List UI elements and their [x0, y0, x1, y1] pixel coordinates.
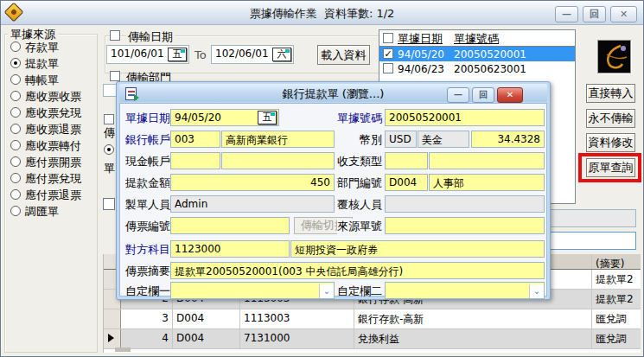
record-count: 資料筆數: 1/2 — [324, 7, 394, 20]
radio-ar-bounce[interactable] — [10, 124, 21, 134]
radio-ar-endorse[interactable] — [10, 140, 21, 150]
source-no-label: 來源單號 — [337, 219, 382, 234]
contra-account-label: 對方科目 — [125, 242, 170, 258]
header-doc-date: 單據日期 — [398, 31, 443, 47]
doc-row-2-date: 94/06/23 — [398, 63, 444, 75]
maker-label: 製單人員 — [125, 197, 170, 213]
amount-input[interactable]: 450 — [170, 174, 335, 191]
custom2-combobox[interactable]: ⌄ — [385, 282, 545, 299]
cash-account-code-input[interactable] — [170, 152, 220, 169]
grid-row-3[interactable]: 3 D004 1113003 銀行存款-高新 匯兌調 — [104, 309, 641, 329]
direct-transfer-button[interactable]: 直接轉入 — [586, 84, 635, 103]
doc-date-calendar-button[interactable]: 五 — [258, 111, 277, 124]
dialog-minimize-button[interactable]: — — [447, 87, 469, 103]
bank-account-code-input[interactable]: 003 — [170, 131, 220, 148]
doc-row-1-checkbox[interactable]: ✓ — [383, 48, 393, 59]
sidebar-item-ar-endorse[interactable]: 應收票轉付 — [25, 138, 81, 154]
grid-header-summary: (摘要) — [592, 254, 641, 269]
doc-row-1-date: 94/05/20 — [398, 48, 444, 61]
header-doc-number: 單據號碼 — [454, 31, 499, 47]
cell-dept: D004 — [173, 309, 240, 328]
io-type-code-input[interactable] — [385, 152, 428, 169]
doc-row-2-checkbox[interactable] — [383, 63, 393, 73]
radio-withdrawal-slip[interactable] — [10, 58, 21, 68]
doc-date-label: 單據日期 — [125, 111, 170, 126]
sidebar-item-ap-bounce[interactable]: 應付票退票 — [25, 188, 81, 203]
custom1-combobox[interactable]: ⌄ — [170, 282, 335, 299]
main-window: 票據傳輸作業 資料筆數: 1/2 — 回 ✕ 單據來源 存款單 提款單 轉帳單 … — [0, 0, 644, 357]
voucher-memo-input[interactable]: 提款單20050520001(003 中央信託局高雄分行) — [170, 262, 545, 279]
load-data-button[interactable]: 載入資料 — [317, 45, 370, 65]
custom2-dropdown-icon[interactable]: ⌄ — [529, 284, 544, 298]
date-to-calendar-button[interactable]: 六 — [272, 48, 291, 61]
radio-deposit-slip[interactable] — [10, 41, 21, 52]
currency-label: 幣別 — [360, 132, 382, 148]
sidebar-item-ap-issue[interactable]: 應付票開票 — [25, 155, 81, 170]
voucher-no-label: 傳票編號 — [125, 219, 170, 234]
currency-name-field: 美金 — [418, 131, 469, 148]
dept-name-input[interactable]: 人事部 — [429, 174, 545, 191]
sidebar-item-transfer[interactable]: 轉帳單 — [25, 73, 59, 88]
sidebar-item-ar-cash[interactable]: 應收票兌現 — [25, 105, 81, 121]
minimize-button[interactable]: — — [555, 6, 578, 22]
cell-num: 3 — [121, 309, 173, 328]
window-title: 票據傳輸作業 資料筆數: 1/2 — [1, 6, 643, 22]
close-button[interactable]: ✕ — [610, 6, 637, 22]
io-type-name-input[interactable] — [429, 152, 545, 169]
date-from-calendar-button[interactable]: 五 — [168, 48, 187, 61]
doc-row-1[interactable]: ✓ 94/05/20 20050520001 — [379, 47, 575, 61]
cell-name: 銀行存款-高新 — [354, 309, 592, 328]
radio-fx-slip[interactable] — [10, 206, 21, 216]
custom1-dropdown-icon[interactable]: ⌄ — [319, 284, 334, 298]
date-to-input[interactable]: 102/06/01 六 — [211, 45, 294, 64]
transmit-date-checkbox[interactable] — [110, 30, 120, 41]
transmit-dept-checkbox[interactable] — [110, 71, 120, 81]
radio-ap-issue[interactable] — [10, 156, 21, 167]
cell-summary: 提款單2 — [592, 270, 641, 289]
maker-field: Admin — [170, 195, 335, 213]
radio-transfer-slip[interactable] — [10, 74, 21, 85]
contra-account-name-input[interactable]: 短期投資一政府券 — [290, 240, 545, 258]
source-no-input[interactable] — [385, 217, 545, 234]
dept-label: 部門編號 — [337, 175, 382, 191]
cell-summary: 提款單2 — [592, 290, 641, 309]
modify-data-button[interactable]: 資料修改 — [586, 133, 635, 152]
cash-account-name-input[interactable] — [221, 152, 335, 169]
sidebar-item-ap-cash[interactable]: 應付票兌現 — [25, 171, 81, 187]
doc-row-2[interactable]: 94/06/23 20050623001 — [379, 61, 575, 76]
cell-dept: D004 — [173, 329, 240, 348]
sidebar-item-withdrawal[interactable]: 提款單 — [25, 56, 59, 72]
sidebar-item-deposit[interactable]: 存款單 — [25, 40, 59, 55]
date-from-value: 101/06/01 — [111, 48, 164, 60]
to-label: To — [194, 48, 207, 61]
dialog-restore-button[interactable]: 回 — [472, 87, 494, 103]
sidebar-item-fx[interactable]: 調匯單 — [25, 204, 59, 220]
radio-ap-cash[interactable] — [10, 173, 21, 183]
horizontal-scrollbar-thumb[interactable] — [115, 347, 131, 352]
radio-ar-receive[interactable] — [10, 91, 21, 101]
exchange-rate-input[interactable]: 34.4328 — [471, 131, 545, 148]
covered-box-sliver — [103, 198, 115, 210]
never-transmit-button[interactable]: 永不傳輸 — [586, 109, 635, 128]
select-all-checkbox[interactable] — [383, 33, 393, 43]
radio-ar-cash[interactable] — [10, 107, 21, 118]
doc-no-input[interactable]: 20050520001 — [385, 109, 545, 126]
dialog-close-button[interactable]: ✕ — [497, 87, 523, 103]
doc-no-label: 單據號碼 — [337, 111, 382, 126]
dept-code-input[interactable]: D004 — [385, 174, 428, 191]
doc-date-input[interactable]: 94/05/20 五 — [170, 109, 279, 126]
bank-account-name-input[interactable]: 高新商業銀行 — [221, 131, 335, 148]
radio-ap-bounce[interactable] — [10, 189, 21, 200]
reviewer-field — [385, 195, 545, 213]
sidebar-item-ar-receive[interactable]: 應收票收票 — [25, 89, 81, 105]
withdrawal-dialog: 銀行提款單 (瀏覽...) — 回 ✕ 單據日期 94/05/20 五 單據號碼… — [116, 81, 551, 300]
restore-button[interactable]: 回 — [583, 6, 606, 22]
contra-account-code-input[interactable]: 1123000 — [170, 240, 290, 258]
date-from-input[interactable]: 101/06/01 五 — [106, 45, 189, 64]
doc-row-1-number: 20050520001 — [454, 48, 526, 61]
page-title: 票據傳輸作業 — [250, 7, 317, 20]
sidebar-item-ar-bounce[interactable]: 應收票退票 — [25, 122, 81, 137]
grid-row-4[interactable]: 4 D004 7131000 兌換利益 匯兌調 — [104, 329, 641, 349]
voucher-memo-label: 傳票摘要 — [125, 264, 170, 279]
voucher-no-input[interactable] — [170, 217, 290, 234]
